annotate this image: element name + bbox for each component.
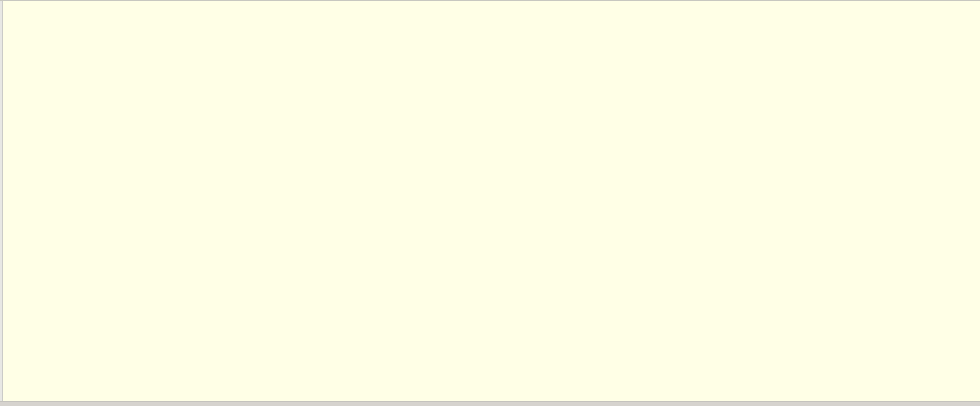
trading-chart-window <box>0 0 980 406</box>
chart-canvas[interactable] <box>0 0 980 406</box>
window-bottom-edge <box>0 401 980 406</box>
window-left-edge <box>0 0 3 406</box>
window-top-edge <box>0 0 980 1</box>
